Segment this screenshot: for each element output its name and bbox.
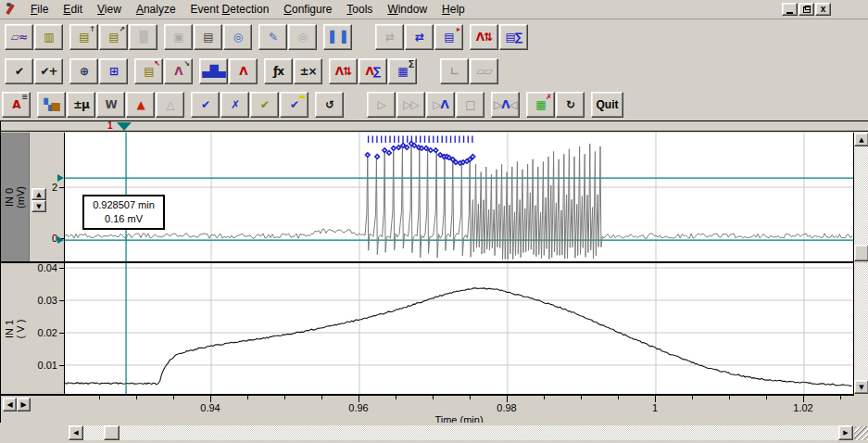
open-chart-window-button[interactable]: ▥ bbox=[34, 24, 63, 50]
menu-item-window[interactable]: Window bbox=[380, 0, 434, 19]
histogram-button[interactable]: ▄█▄ bbox=[199, 58, 228, 84]
review-check-button[interactable]: ✔ bbox=[250, 92, 279, 118]
menu-item-configure[interactable]: Configure bbox=[276, 0, 339, 19]
annotation-button[interactable]: A≡ bbox=[2, 92, 31, 118]
print-preview-button[interactable]: ◎ bbox=[223, 24, 252, 50]
delete-data-button[interactable]: ▦✗ bbox=[526, 92, 555, 118]
menu-item-view[interactable]: View bbox=[90, 0, 129, 19]
nav-right-button[interactable]: ▶ bbox=[17, 398, 31, 411]
resize-grip[interactable] bbox=[854, 426, 868, 440]
transfer-disabled-button[interactable]: ⇄ bbox=[375, 24, 404, 50]
minimize-button[interactable] bbox=[782, 3, 798, 16]
cursor-marker-triangle[interactable] bbox=[117, 122, 132, 131]
channel-header-in0[interactable]: IN 0 (mV) bbox=[1, 133, 30, 261]
threshold-marker-triangle[interactable] bbox=[57, 236, 64, 244]
nav-left-button[interactable]: ◀ bbox=[3, 398, 17, 411]
function-button[interactable]: ƒx bbox=[264, 58, 293, 84]
peak-display-button[interactable]: Λ bbox=[229, 58, 258, 84]
move-data-in-button[interactable]: ▤↖ bbox=[134, 58, 163, 84]
save-disabled-button[interactable]: ▣ bbox=[164, 24, 193, 50]
event-tick-markers bbox=[369, 136, 472, 144]
marker-strip[interactable]: 1 bbox=[1, 121, 868, 132]
menu-item-file[interactable]: File bbox=[23, 0, 56, 19]
toolbar-events: A≡▚▅±µW▲△✔✗✔✔▬↺▷▷▷▷Λ□▷Λ◁▦✗↻Quit bbox=[0, 88, 868, 120]
threshold-marker-triangle[interactable] bbox=[57, 174, 64, 182]
print-button[interactable]: ▤ bbox=[194, 24, 222, 50]
overlay-waves-button[interactable]: W bbox=[96, 92, 125, 118]
stacked-windows-button[interactable]: ▤▸ bbox=[434, 24, 463, 50]
y-axis-tick bbox=[59, 300, 64, 301]
review-check-icon: ✔ bbox=[260, 98, 269, 111]
restore-button[interactable] bbox=[799, 3, 814, 16]
scrollbar-track[interactable] bbox=[69, 425, 853, 440]
in0-vertical-scrollbar[interactable]: ▲ bbox=[854, 133, 868, 261]
copy-plot-disabled-button[interactable]: ▱▱ bbox=[470, 58, 498, 84]
merge-disabled-button[interactable]: ▒ bbox=[129, 24, 157, 50]
notebook-button[interactable]: ✎ bbox=[258, 24, 287, 50]
scatter-histogram-button[interactable]: ▚▅ bbox=[37, 92, 66, 118]
quit-button[interactable]: Quit bbox=[591, 92, 623, 118]
peak-arrows-button[interactable]: Λ⇅ bbox=[329, 58, 358, 84]
menu-item-event-detection[interactable]: Event Detection bbox=[183, 0, 277, 19]
scale-down-button[interactable]: ▼ bbox=[31, 200, 46, 212]
y-axis-tick bbox=[59, 365, 64, 366]
in1-vertical-scrollbar[interactable]: ▼ bbox=[854, 263, 868, 394]
table-sigma-button[interactable]: ▦∑ bbox=[388, 58, 417, 84]
channel-header-in1[interactable]: IN 1 ( V ) bbox=[1, 263, 30, 394]
in1-plot[interactable] bbox=[64, 263, 854, 394]
scrollbar-thumb[interactable] bbox=[854, 245, 868, 261]
scroll-right-button[interactable]: ▶ bbox=[838, 425, 853, 440]
menu-item-edit[interactable]: Edit bbox=[56, 0, 90, 19]
refresh-button[interactable]: ↻ bbox=[556, 92, 585, 118]
iv-plot-disabled-button[interactable]: ∟ bbox=[440, 58, 469, 84]
scrollbar-track[interactable] bbox=[854, 133, 868, 261]
transfer-settings-button[interactable]: ⇄ bbox=[405, 24, 434, 50]
move-peak-button[interactable]: Λ↘ bbox=[164, 58, 193, 84]
play-disabled-button[interactable]: ▷ bbox=[367, 92, 396, 118]
find-disabled-button[interactable]: ◎ bbox=[288, 24, 317, 50]
fast-forward-disabled-button[interactable]: ▷▷ bbox=[396, 92, 425, 118]
undo-button[interactable]: ↺ bbox=[315, 92, 344, 118]
zoom-window-button[interactable]: ⊞ bbox=[99, 58, 128, 84]
in0-plot[interactable] bbox=[64, 133, 854, 261]
scroll-left-button[interactable]: ◀ bbox=[69, 425, 83, 440]
split-window-button[interactable]: ▌▐ bbox=[323, 24, 352, 50]
scrollbar-track[interactable] bbox=[854, 263, 868, 394]
arithmetic-button[interactable]: ±× bbox=[294, 58, 322, 84]
spike-analysis-button[interactable]: Λ⇅ bbox=[470, 24, 498, 50]
accept-check-button[interactable]: ✔ bbox=[5, 58, 33, 84]
reject-event-button[interactable]: ✗ bbox=[220, 92, 249, 118]
add-check-button[interactable]: ✔+ bbox=[34, 58, 63, 84]
scrollbar-thumb[interactable] bbox=[104, 425, 120, 440]
down-arrow-icon: ▼ bbox=[36, 203, 41, 210]
mean-sd-button[interactable]: ±µ bbox=[67, 92, 95, 118]
scroll-up-button[interactable]: ▲ bbox=[854, 133, 868, 146]
function-icon: ƒx bbox=[273, 65, 283, 78]
menu-item-tools[interactable]: Tools bbox=[339, 0, 380, 19]
mean-sd-icon: ±µ bbox=[73, 98, 89, 111]
x-axis-minor-tick bbox=[766, 396, 767, 399]
menu-item-help[interactable]: Help bbox=[434, 0, 472, 19]
scroll-down-button[interactable]: ▼ bbox=[854, 380, 868, 394]
forward-to-event-button[interactable]: ▷Λ bbox=[426, 92, 455, 118]
tag-event-button[interactable]: ✔▬ bbox=[280, 92, 308, 118]
triangle-marker-button[interactable]: ▲ bbox=[126, 92, 155, 118]
zoom-in-icon: ⊕ bbox=[80, 65, 88, 78]
triangle-disabled-button[interactable]: △ bbox=[156, 92, 184, 118]
close-button[interactable]: x bbox=[815, 3, 831, 16]
export-file-button[interactable]: ▤↗ bbox=[99, 24, 128, 50]
panel-divider[interactable] bbox=[1, 261, 854, 263]
x-axis-minor-tick bbox=[729, 396, 730, 399]
import-file-icon: ↑ bbox=[89, 25, 95, 33]
horizontal-scrollbar[interactable]: ◀ ▶ bbox=[0, 423, 868, 443]
accept-event-button[interactable]: ✔ bbox=[191, 92, 220, 118]
new-chart-window-button[interactable]: ▱≈ bbox=[5, 24, 33, 50]
import-file-button[interactable]: ▤↑ bbox=[69, 24, 98, 50]
peak-sigma-button[interactable]: Λ∑ bbox=[359, 58, 387, 84]
zoom-in-button[interactable]: ⊕ bbox=[69, 58, 98, 84]
stop-disabled-button[interactable]: □ bbox=[456, 92, 484, 118]
review-events-button[interactable]: ▷Λ◁ bbox=[491, 92, 520, 118]
menu-item-analyze[interactable]: Analyze bbox=[129, 0, 183, 19]
analysis-summary-button[interactable]: ▤∑ bbox=[499, 24, 528, 50]
stop-disabled-icon: □ bbox=[465, 98, 474, 111]
